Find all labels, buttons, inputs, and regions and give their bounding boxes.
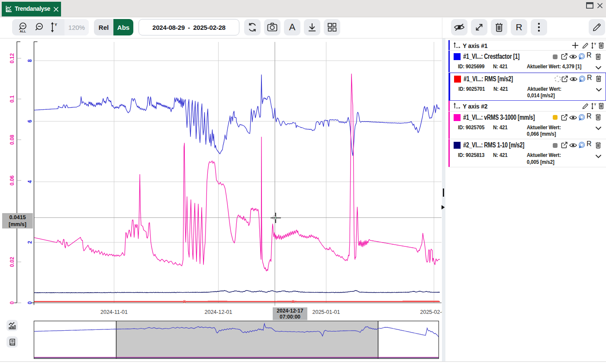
- svg-text:07:00:00: 07:00:00: [280, 314, 300, 320]
- svg-text:0.1: 0.1: [9, 95, 15, 102]
- svg-text:0.06: 0.06: [9, 175, 15, 185]
- svg-text:0: 0: [9, 301, 15, 304]
- svg-text:2: 2: [27, 241, 33, 244]
- svg-text:2024-12-17: 2024-12-17: [277, 308, 303, 314]
- svg-text:ALL: ALL: [20, 29, 26, 33]
- svg-text:0.0415: 0.0415: [9, 214, 26, 220]
- svg-text:Y: Y: [55, 22, 57, 27]
- svg-text:2024-12-01: 2024-12-01: [205, 309, 232, 315]
- svg-text:0.12: 0.12: [9, 53, 15, 64]
- svg-text:0: 0: [27, 301, 33, 304]
- svg-text:2025-01-01: 2025-01-01: [313, 309, 340, 315]
- svg-text:0.02: 0.02: [9, 257, 15, 267]
- svg-text:Y: Y: [594, 42, 596, 45]
- svg-text:[mm/s]: [mm/s]: [9, 221, 26, 227]
- svg-text:2025-02-01: 2025-02-01: [420, 309, 442, 315]
- svg-text:6: 6: [27, 120, 33, 123]
- svg-text:Y: Y: [594, 103, 596, 106]
- svg-text:2024-11-01: 2024-11-01: [100, 309, 128, 315]
- svg-text:0.08: 0.08: [9, 134, 15, 145]
- svg-text:4: 4: [27, 180, 33, 183]
- svg-text:8: 8: [27, 59, 33, 62]
